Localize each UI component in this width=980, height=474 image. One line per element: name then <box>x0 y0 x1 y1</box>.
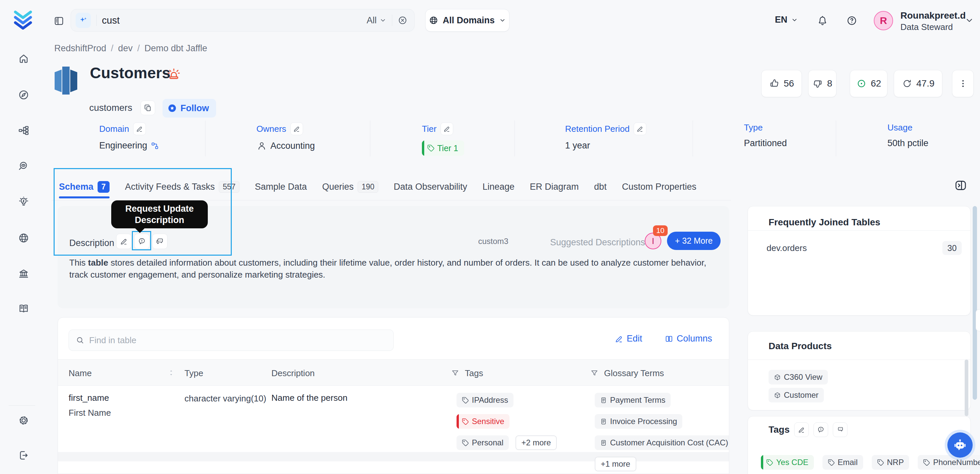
atlan-logo[interactable] <box>13 9 33 30</box>
user-avatar[interactable]: R <box>874 11 893 30</box>
all-domains-dropdown[interactable]: All Domains <box>425 9 509 32</box>
governance-bank-icon[interactable] <box>16 266 31 281</box>
owners-value[interactable]: Accounting <box>270 141 315 151</box>
user-menu[interactable]: Rounakpreet.d Data Steward <box>900 10 966 32</box>
tag-chip[interactable]: +2 more <box>515 435 557 450</box>
edit-retention-icon[interactable] <box>634 122 646 135</box>
glossary-book-icon[interactable] <box>16 301 31 316</box>
settings-gear-icon[interactable] <box>16 413 31 428</box>
column-description[interactable]: Name of the person <box>271 393 347 403</box>
glossary-term-chip[interactable]: Payment Terms <box>595 393 671 407</box>
tab[interactable]: Queries 190 <box>322 181 378 193</box>
tag-chip[interactable]: Email <box>822 455 863 470</box>
tag-chip[interactable]: Personal <box>457 435 509 450</box>
edit-owners-icon[interactable] <box>290 122 303 135</box>
col-header-type[interactable]: Type <box>185 368 203 379</box>
panel-scrollbar[interactable] <box>965 359 968 416</box>
request-update-description-icon[interactable] <box>134 234 150 249</box>
collapsed-panel-handle[interactable] <box>976 309 980 331</box>
tab[interactable]: Data Observability <box>394 182 467 192</box>
data-product-chip[interactable]: C360 View <box>768 370 828 385</box>
glossary-term-chip[interactable]: Invoice Processing <box>595 414 682 429</box>
type-label[interactable]: Type <box>744 122 762 133</box>
find-in-table[interactable] <box>68 329 394 351</box>
joined-table-name[interactable]: dev.orders <box>767 243 807 253</box>
tab[interactable]: Sample Data <box>255 182 307 192</box>
domain-value[interactable]: Engineering <box>99 140 147 151</box>
notifications-bell-icon[interactable] <box>815 13 830 29</box>
request-tags-icon[interactable] <box>813 422 828 437</box>
column-name-cell[interactable]: first_name First Name <box>68 393 111 418</box>
usage-label[interactable]: Usage <box>888 122 912 133</box>
discovery-search-eye-icon[interactable] <box>16 159 31 173</box>
global-search[interactable]: All <box>71 9 415 32</box>
tab[interactable]: ER Diagram <box>530 182 579 192</box>
search-scope-dropdown[interactable]: All <box>367 15 387 25</box>
tab[interactable]: Schema 7 <box>59 181 110 193</box>
joined-table-row[interactable]: dev.orders 30 <box>748 241 970 255</box>
chatbot-button[interactable] <box>947 433 973 458</box>
help-icon[interactable] <box>844 13 860 29</box>
columns-button[interactable]: Columns <box>665 334 712 344</box>
tier-badge[interactable]: Tier 1 <box>422 140 464 156</box>
clear-search-icon[interactable] <box>398 15 407 25</box>
tab[interactable]: Lineage <box>482 182 514 192</box>
home-icon[interactable] <box>16 51 31 66</box>
upvote-button[interactable]: 56 <box>761 70 802 97</box>
page-scrollbar[interactable] <box>973 206 977 400</box>
web-globe-icon[interactable] <box>16 231 31 245</box>
column-name[interactable]: first_name <box>68 393 111 403</box>
suggested-more-button[interactable]: + 32 More <box>667 232 721 250</box>
breadcrumb-schema[interactable]: dev <box>118 43 133 54</box>
find-in-table-input[interactable] <box>89 335 387 345</box>
follow-button[interactable]: Follow <box>162 99 216 118</box>
sort-icon[interactable] <box>167 369 175 377</box>
data-product-chip[interactable]: Customer <box>768 388 824 402</box>
sidebar-toggle-icon[interactable] <box>53 15 65 27</box>
tab[interactable]: Custom Properties <box>622 182 697 192</box>
insights-bulb-icon[interactable] <box>16 194 31 209</box>
watchers-button[interactable]: 62 <box>850 70 888 97</box>
products-sitemap-icon[interactable] <box>16 123 31 138</box>
col-header-tags[interactable]: Tags <box>465 368 483 379</box>
breadcrumb-connection[interactable]: RedshiftProd <box>54 43 106 54</box>
tag-chip[interactable]: Sensitive <box>457 414 509 429</box>
downvote-button[interactable]: 8 <box>808 70 837 97</box>
explore-compass-icon[interactable] <box>16 87 31 102</box>
edit-columns-button[interactable]: Edit <box>615 334 642 344</box>
domain-label[interactable]: Domain <box>99 124 129 134</box>
col-header-glossary-terms[interactable]: Glossary Terms <box>604 368 664 379</box>
filter-funnel-icon[interactable] <box>451 369 460 377</box>
tag-chip[interactable]: PhoneNumber <box>918 455 980 470</box>
edit-domain-icon[interactable] <box>133 122 146 135</box>
col-header-name[interactable]: Name <box>68 368 92 379</box>
comments-tags-icon[interactable] <box>833 422 848 437</box>
edit-tags-icon[interactable] <box>794 422 809 437</box>
search-input[interactable] <box>102 15 367 26</box>
edit-description-icon[interactable] <box>116 234 132 249</box>
owners-label[interactable]: Owners <box>256 124 286 134</box>
more-actions-kebab-icon[interactable] <box>952 70 974 97</box>
glossary-term-chip[interactable]: +1 more <box>595 457 636 471</box>
tier-label[interactable]: Tier <box>422 124 437 134</box>
tab[interactable]: Activity Feeds & Tasks 557 <box>125 181 239 193</box>
retention-label[interactable]: Retention Period <box>565 124 630 134</box>
language-selector[interactable]: EN <box>775 14 798 25</box>
tab[interactable]: dbt <box>594 182 607 192</box>
copy-icon[interactable] <box>140 100 155 115</box>
filter-funnel-icon[interactable] <box>590 369 599 377</box>
breadcrumb-database[interactable]: Demo dbt Jaffle <box>145 43 207 54</box>
logout-icon[interactable] <box>16 448 31 463</box>
comments-icon[interactable] <box>152 234 167 249</box>
alert-siren-icon[interactable] <box>167 67 181 81</box>
glossary-term-chip[interactable]: Customer Acquisition Cost (CAC) <box>595 435 729 450</box>
tag-chip[interactable]: NRP <box>872 455 909 470</box>
edit-tier-icon[interactable] <box>441 122 453 135</box>
collapse-panel-icon[interactable] <box>953 178 968 193</box>
user-menu-chevron-icon[interactable] <box>964 15 974 25</box>
ai-sparkle-icon[interactable] <box>76 13 91 28</box>
col-header-description[interactable]: Description <box>271 368 315 379</box>
tag-chip[interactable]: Yes CDE <box>761 455 814 470</box>
tag-chip[interactable]: IPAddress <box>457 393 514 407</box>
popularity-button[interactable]: 47.9 <box>894 70 942 97</box>
